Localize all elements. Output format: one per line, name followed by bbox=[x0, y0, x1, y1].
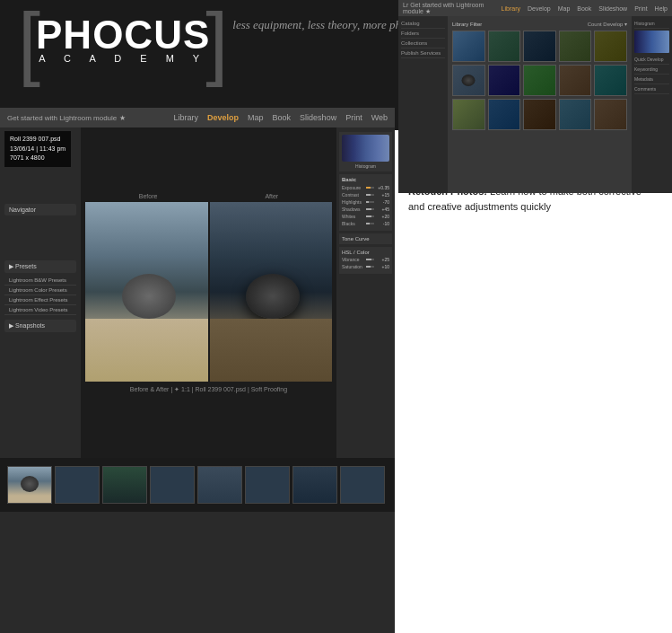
lr-nav-book[interactable]: Book bbox=[273, 113, 292, 122]
lr-hsl-section: HSL / Color Vibrance +25 Saturation +10 bbox=[339, 247, 392, 274]
right-column: Lr Get started with Lightroom module ★ L… bbox=[395, 108, 672, 633]
photo-after bbox=[210, 202, 333, 382]
filmstrip-thumb-2[interactable] bbox=[55, 466, 100, 504]
lr-nav-map[interactable]: Map bbox=[248, 113, 264, 122]
lr2-catalog-item[interactable]: Catalog bbox=[401, 19, 445, 29]
boulder-before bbox=[122, 274, 176, 319]
boulder-after bbox=[246, 274, 300, 319]
lr-slider-whites[interactable]: Whites +20 bbox=[342, 214, 389, 219]
before-label: Before bbox=[139, 193, 158, 199]
lr2-collections-item[interactable]: Collections bbox=[401, 39, 445, 48]
lr-filename: Roll 2399 007.psd bbox=[10, 135, 65, 145]
lr2-histogram-label: Histogram bbox=[634, 19, 669, 29]
lr-slider-saturation[interactable]: Saturation +10 bbox=[342, 264, 389, 269]
lr2-grid-photo-9[interactable] bbox=[559, 65, 592, 96]
lr-slider-exposure[interactable]: Exposure +0.35 bbox=[342, 185, 389, 190]
lr-nav-print[interactable]: Print bbox=[345, 113, 362, 122]
lr-nav-web[interactable]: Web bbox=[371, 113, 388, 122]
lr2-quickdevelop: Quick Develop bbox=[634, 55, 669, 65]
lr-nav: Library Develop Map Book Slideshow Print… bbox=[174, 113, 388, 122]
lr2-grid-row2 bbox=[452, 99, 627, 130]
lr2-grid-photo-11[interactable] bbox=[452, 99, 485, 130]
lr-center-view: Before After Before bbox=[81, 127, 336, 458]
academy-logo-text: A C A D E M Y bbox=[36, 53, 210, 64]
lr2-photo-grid: Library Filter Count Develop ▾ bbox=[448, 16, 632, 193]
lr-slider-highlights[interactable]: Highlights -70 bbox=[342, 199, 389, 205]
photo-before bbox=[85, 202, 208, 382]
lr-panel-navigator: Navigator bbox=[4, 204, 76, 215]
lr2-grid-photos bbox=[452, 31, 627, 96]
photo-comparison bbox=[85, 202, 332, 382]
lr2-grid-photo-2[interactable] bbox=[488, 31, 521, 62]
filmstrip-thumb-7[interactable] bbox=[292, 466, 337, 504]
lr-panel-snapshots: ▶ Snapshots bbox=[4, 320, 76, 332]
lr2-screenshot: Lr Get started with Lightroom module ★ L… bbox=[398, 0, 672, 193]
before-after-labels: Before After bbox=[139, 193, 278, 199]
lr-basic-section: Basic Exposure +0.35 Contrast +15 H bbox=[339, 174, 392, 231]
lr2-nav: Library Develop Map Book Slideshow Print… bbox=[502, 5, 668, 12]
lr-preset-item-4[interactable]: Lightroom Video Presets bbox=[4, 305, 76, 315]
lr2-grid-photo-5[interactable] bbox=[594, 31, 627, 62]
lr2-right-panel: Histogram Quick Develop Keywording Metad… bbox=[632, 16, 672, 193]
lr-preset-item-2[interactable]: Lightroom Color Presets bbox=[4, 286, 76, 295]
lr2-grid-photo-7[interactable] bbox=[488, 65, 521, 96]
lr2-nav-book[interactable]: Book bbox=[577, 5, 591, 12]
phocus-logo-text: PHOCUS bbox=[36, 15, 210, 55]
lr-preset-item[interactable]: Lightroom B&W Presets bbox=[4, 276, 76, 286]
lr-slider-shadows[interactable]: Shadows +45 bbox=[342, 207, 389, 212]
lr-slider-vibrance[interactable]: Vibrance +25 bbox=[342, 257, 389, 262]
lr2-grid-photo-12[interactable] bbox=[488, 99, 521, 130]
lr2-grid-photo-3[interactable] bbox=[523, 31, 556, 62]
filmstrip-thumb-4[interactable] bbox=[150, 466, 195, 504]
lr2-nav-map[interactable]: Map bbox=[558, 5, 571, 12]
lr-preset-item-3[interactable]: Lightroom Effect Presets bbox=[4, 295, 76, 305]
lr2-nav-help[interactable]: Help bbox=[655, 5, 668, 12]
filmstrip-thumb-5[interactable] bbox=[197, 466, 242, 504]
lr-slider-contrast[interactable]: Contrast +15 bbox=[342, 192, 389, 198]
lr2-comments: Comments bbox=[634, 84, 669, 94]
lr-info-box: Roll 2399 007.psd 13/06/14 | 11:43 pm 70… bbox=[4, 131, 71, 167]
filmstrip-thumb-3[interactable] bbox=[102, 466, 147, 504]
lr2-nav-print[interactable]: Print bbox=[634, 5, 647, 12]
lr2-nav-develop[interactable]: Develop bbox=[528, 5, 551, 12]
lr2-grid-photo-1[interactable] bbox=[452, 31, 485, 62]
lr2-metadata: Metadata bbox=[634, 75, 669, 84]
lr-nav-library[interactable]: Library bbox=[174, 113, 199, 122]
lr2-grid-photo-15[interactable] bbox=[594, 99, 627, 130]
lr-nav-develop[interactable]: Develop bbox=[207, 113, 239, 122]
lr2-grid-photo-4[interactable] bbox=[559, 31, 592, 62]
lr-dimensions: 7071 x 4800 bbox=[10, 154, 65, 163]
lr2-nav-slideshow[interactable]: Slideshow bbox=[598, 5, 627, 12]
lr2-left-panel: Catalog Folders Collections Publish Serv… bbox=[398, 16, 448, 193]
lr-left-panel: Roll 2399 007.psd 13/06/14 | 11:43 pm 70… bbox=[0, 127, 81, 458]
filmstrip-thumb-6[interactable] bbox=[245, 466, 290, 504]
lr-screenshot-main: Get started with Lightroom module ★ Libr… bbox=[0, 108, 395, 458]
lr-panel-presets: ▶ Presets bbox=[4, 260, 76, 273]
lr-nav-slideshow[interactable]: Slideshow bbox=[300, 113, 336, 122]
logo-inner: PHOCUS A C A D E M Y bbox=[36, 11, 210, 68]
filmstrip-thumb-8[interactable] bbox=[340, 466, 385, 504]
lr2-grid: Catalog Folders Collections Publish Serv… bbox=[398, 16, 672, 193]
bracket-right-icon: ] bbox=[205, 6, 228, 79]
lr2-grid-photo-8[interactable] bbox=[523, 65, 556, 96]
lr-date: 13/06/14 | 11:43 pm bbox=[10, 145, 65, 154]
lr2-publish-item[interactable]: Publish Services bbox=[401, 48, 445, 58]
lr-histogram-section: Histogram bbox=[339, 132, 392, 171]
lr2-grid-photo-6[interactable] bbox=[452, 65, 485, 96]
lr-slider-blacks[interactable]: Blacks -10 bbox=[342, 221, 389, 226]
lr-header-bar: Get started with Lightroom module ★ Libr… bbox=[0, 108, 395, 127]
lr2-folders-item[interactable]: Folders bbox=[401, 29, 445, 39]
lr2-keywording: Keywording bbox=[634, 65, 669, 75]
lr-title: Get started with Lightroom module ★ bbox=[7, 114, 126, 122]
lr-body: Roll 2399 007.psd 13/06/14 | 11:43 pm 70… bbox=[0, 127, 395, 458]
lr2-nav-library[interactable]: Library bbox=[502, 5, 520, 12]
lr-right-panel: Histogram Basic Exposure +0.35 Contrast … bbox=[336, 127, 395, 458]
lr2-grid-photo-14[interactable] bbox=[559, 99, 592, 130]
lr2-grid-photo-13[interactable] bbox=[523, 99, 556, 130]
lr2-grid-photo-10[interactable] bbox=[594, 65, 627, 96]
filmstrip-thumb-1[interactable] bbox=[7, 466, 52, 504]
filmstrip bbox=[0, 458, 395, 512]
screenshots-column: Get started with Lightroom module ★ Libr… bbox=[0, 108, 395, 633]
lr-tone-section: Tone Curve bbox=[339, 233, 392, 244]
logo-wrapper: [ PHOCUS A C A D E M Y ] bbox=[18, 11, 228, 79]
